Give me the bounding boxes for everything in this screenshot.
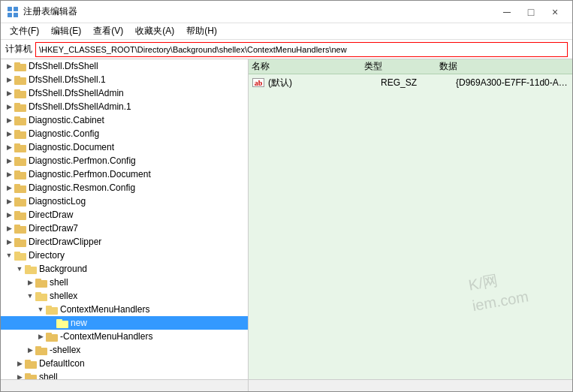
folder-icon [14,182,26,193]
tree-label: Diagnostic.Document [29,142,114,152]
main-area: ▶ DfsShell.DfsShell ▶ DfsShell.DfsShell.… [1,59,572,379]
folder-icon [14,196,26,207]
arrow-icon: ▶ [4,169,14,179]
tree-item-diag-config[interactable]: ▶ Diagnostic.Config [1,127,248,140]
folder-icon [14,61,26,71]
tree-label: DfsShell.DfsShellAdmin [29,88,124,98]
tree-item-dfsshell-admin[interactable]: ▶ DfsShell.DfsShellAdmin [1,86,248,100]
address-value: \HKEY_CLASSES_ROOT\Directory\Background\… [39,45,347,54]
right-content: ab (默认) REG_SZ {D969A300-E7FF-11d0-A93B-… [249,74,572,379]
tree-item-diag-log[interactable]: ▶ DiagnosticLog [1,194,248,208]
tree-item-dfsshell-admin1[interactable]: ▶ DfsShell.DfsShellAdmin.1 [1,100,248,113]
window-icon [7,6,19,18]
reg-entry-name: (默认) [268,77,381,89]
tree-item-contextmenuhandlers[interactable]: ▼ ContextMenuHandlers [1,303,248,316]
tree-item-diag-perfmon-doc[interactable]: ▶ Diagnostic.Perfmon.Document [1,167,248,181]
tree-item-directory[interactable]: ▼ Directory [1,249,248,262]
tree-item-new[interactable]: new [1,316,248,330]
tree-item-shell2[interactable]: ▶ shell [1,370,248,379]
registry-editor-window: 注册表编辑器 ─ □ × 文件(F) 编辑(E) 查看(V) 收藏夹(A) 帮助… [0,0,573,392]
arrow-icon: ▶ [4,88,14,98]
tree-scrollbar-x[interactable] [1,380,249,391]
folder-icon [14,237,26,247]
menu-view[interactable]: 查看(V) [87,23,129,39]
arrow-icon: ▶ [4,210,14,220]
tree-item-dfsshell1[interactable]: ▶ DfsShell.DfsShell.1 [1,73,248,86]
arrow-icon: ▶ [14,358,25,369]
folder-icon [14,101,26,112]
arrow-icon: ▶ [4,182,14,193]
title-controls: ─ □ × [496,5,566,20]
window-title: 注册表编辑器 [23,5,77,18]
minimize-button[interactable]: ─ [496,5,518,20]
tree-label: Directory [29,250,65,261]
arrow-icon: ▶ [4,155,14,166]
menu-file[interactable]: 文件(F) [4,23,45,39]
arrow-icon: ▶ [4,101,14,112]
col-header-data[interactable]: 数据 [439,60,569,73]
tree-item-diag-cabinet[interactable]: ▶ Diagnostic.Cabinet [1,113,248,127]
reg-entry-default[interactable]: ab (默认) REG_SZ {D969A300-E7FF-11d0-A93B-… [249,76,572,89]
tree-label: DiagnosticLog [29,196,86,207]
tree-panel[interactable]: ▶ DfsShell.DfsShell ▶ DfsShell.DfsShell.… [1,59,249,379]
svg-rect-2 [8,13,12,17]
right-panel: 名称 类型 数据 ab (默认) REG_SZ {D969A300-E7FF-1… [249,59,572,379]
arrow-icon: ▶ [14,372,25,379]
close-button[interactable]: × [544,5,566,20]
title-bar-left: 注册表编辑器 [7,5,77,18]
col-header-name[interactable]: 名称 [252,60,364,73]
folder-icon [14,223,26,234]
address-bar: 计算机 \HKEY_CLASSES_ROOT\Directory\Backgro… [1,40,572,59]
tree-item-directdraw7[interactable]: ▶ DirectDraw7 [1,222,248,235]
tree-item-background[interactable]: ▼ Background [1,262,248,276]
svg-rect-1 [14,7,18,11]
folder-icon [46,331,58,342]
arrow-icon [46,318,56,328]
reg-entry-type: REG_SZ [381,77,456,88]
title-bar: 注册表编辑器 ─ □ × [1,1,572,23]
tree-item-minus-contextmenuhandlers[interactable]: ▶ -ContextMenuHandlers [1,330,248,343]
tree-item-diag-doc[interactable]: ▶ Diagnostic.Document [1,140,248,154]
tree-item-diag-resmon[interactable]: ▶ Diagnostic.Resmon.Config [1,181,248,194]
menu-bar: 文件(F) 编辑(E) 查看(V) 收藏夹(A) 帮助(H) [1,23,572,40]
tree-label: shell [39,372,58,379]
arrow-icon: ▼ [14,264,25,274]
arrow-icon: ▼ [25,291,35,301]
tree-item-diag-perfmon[interactable]: ▶ Diagnostic.Perfmon.Config [1,154,248,167]
bottom-scrollbar [1,379,572,391]
menu-help[interactable]: 帮助(H) [180,23,223,39]
col-header-type[interactable]: 类型 [364,60,439,73]
tree-item-dfsshell[interactable]: ▶ DfsShell.DfsShell [1,59,248,73]
arrow-icon: ▶ [4,115,14,125]
tree-item-shellex[interactable]: ▼ shellex [1,289,248,303]
arrow-icon: ▶ [4,196,14,207]
tree-label: Diagnostic.Perfmon.Config [29,155,136,166]
right-header: 名称 类型 数据 [249,59,572,74]
reg-entry-icon: ab [252,77,265,88]
tree-item-shell[interactable]: ▶ shell [1,276,248,289]
tree-item-defaulticon[interactable]: ▶ DefaultIcon [1,357,248,370]
tree-item-directdraw-clipper[interactable]: ▶ DirectDrawClipper [1,235,248,249]
arrow-icon: ▼ [35,304,46,315]
arrow-icon: ▶ [35,331,46,342]
svg-rect-0 [8,7,12,11]
maximize-button[interactable]: □ [520,5,542,20]
svg-rect-3 [14,13,18,17]
tree-label: Diagnostic.Resmon.Config [29,182,135,193]
tree-item-minus-shellex[interactable]: ▶ -shellex [1,343,248,357]
folder-icon [14,169,26,179]
folder-icon [35,345,47,355]
reg-entry-data: {D969A300-E7FF-11d0-A93B-00A0C9 [456,77,569,88]
arrow-icon: ▼ [4,250,14,261]
tree-label: Background [39,264,87,274]
menu-edit[interactable]: 编辑(E) [45,23,87,39]
tree-label: DirectDraw [29,210,73,220]
menu-favorites[interactable]: 收藏夹(A) [129,23,180,39]
address-input-wrap[interactable]: \HKEY_CLASSES_ROOT\Directory\Background\… [35,42,568,57]
right-scrollbar-x[interactable] [249,380,572,391]
tree-label: shell [50,277,68,288]
folder-icon [14,155,26,166]
tree-item-directdraw[interactable]: ▶ DirectDraw [1,208,248,222]
address-label: 计算机 [5,43,32,56]
folder-icon [14,142,26,152]
